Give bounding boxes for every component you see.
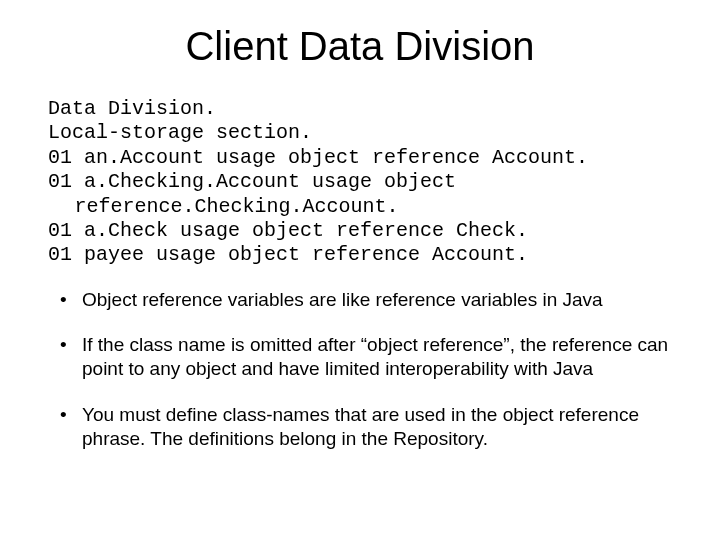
bullet-item-1: Object reference variables are like refe…: [58, 288, 672, 312]
code-block: Data Division. Local-storage section. 01…: [48, 97, 672, 268]
code-line-1: Data Division.: [48, 97, 216, 120]
code-line-4: 01 a.Checking.Account usage object: [48, 170, 456, 193]
code-line-2: Local-storage section.: [48, 121, 312, 144]
page-title: Client Data Division: [48, 24, 672, 69]
slide: Client Data Division Data Division. Loca…: [0, 0, 720, 540]
code-line-4-cont: reference.Checking.Account.: [48, 195, 672, 219]
bullet-list: Object reference variables are like refe…: [48, 288, 672, 451]
code-line-3: 01 an.Account usage object reference Acc…: [48, 146, 588, 169]
code-line-5: 01 a.Check usage object reference Check.: [48, 219, 528, 242]
code-line-6: 01 payee usage object reference Account.: [48, 243, 528, 266]
bullet-item-2: If the class name is omitted after “obje…: [58, 333, 672, 381]
bullet-item-3: You must define class-names that are use…: [58, 403, 672, 451]
